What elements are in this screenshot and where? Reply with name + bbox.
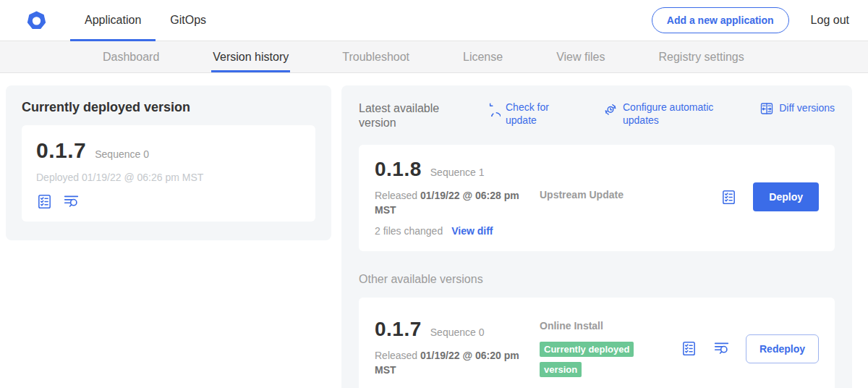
deployed-card-actions	[36, 193, 301, 210]
available-versions-panel: Latest available version Check for updat…	[341, 85, 852, 388]
other-version-card: 0.1.7 Sequence 0 Released 01/19/22 @ 06:…	[359, 298, 835, 388]
currently-deployed-badge: Currently deployed version	[540, 342, 634, 377]
preflight-checklist-icon[interactable]	[36, 193, 53, 210]
other-sequence: Sequence 0	[430, 326, 485, 338]
files-changed-row: 2 files changedView diff	[375, 225, 540, 237]
tab-application[interactable]: Application	[70, 0, 156, 41]
logout-link[interactable]: Log out	[811, 14, 849, 27]
subnav-registry-settings-label: Registry settings	[658, 51, 744, 64]
latest-version-info: 0.1.8 Sequence 1 Released 01/19/22 @ 06:…	[375, 158, 540, 237]
view-diff-link[interactable]: View diff	[451, 225, 493, 237]
latest-version-actions: Deploy	[720, 158, 819, 237]
latest-version-card: 0.1.8 Sequence 1 Released 01/19/22 @ 06:…	[359, 145, 835, 251]
subnav-dashboard-label: Dashboard	[103, 51, 159, 64]
diff-versions-label: Diff versions	[779, 102, 835, 115]
upstream-update-label: Upstream Update	[540, 189, 624, 201]
subnav-item-registry-settings[interactable]: Registry settings	[657, 41, 745, 72]
tab-gitops[interactable]: GitOps	[156, 0, 221, 41]
file-diff-search-icon[interactable]	[63, 193, 80, 210]
other-released-timestamp: Released 01/19/22 @ 06:20 pm MST	[375, 348, 528, 378]
released-label: Released	[375, 350, 420, 361]
subnav-view-files-label: View files	[556, 51, 605, 64]
files-changed-count: 2 files changed	[375, 225, 443, 237]
other-version-source: Online Install Currently deployed versio…	[540, 311, 681, 388]
version-line: 0.1.7 Sequence 0	[36, 138, 301, 163]
subnav-item-troubleshoot[interactable]: Troubleshoot	[341, 41, 411, 72]
currently-deployed-panel: Currently deployed version 0.1.7 Sequenc…	[6, 85, 331, 240]
top-tabs: Application GitOps	[70, 0, 221, 41]
deployed-version-number: 0.1.7	[36, 138, 86, 163]
latest-version-header: Latest available version Check for updat…	[359, 101, 835, 130]
subnav-item-dashboard[interactable]: Dashboard	[101, 41, 161, 72]
scheduled-update-icon	[603, 102, 618, 117]
other-version-actions: Redeploy	[681, 311, 819, 388]
app-logo-icon[interactable]	[26, 10, 47, 31]
configure-automatic-updates-link[interactable]: Configure automatic updates	[603, 101, 726, 127]
check-for-update-label: Check for update	[506, 101, 566, 127]
configure-automatic-updates-label: Configure automatic updates	[623, 101, 726, 127]
subnav-item-version-history[interactable]: Version history	[211, 41, 290, 72]
redeploy-button[interactable]: Redeploy	[746, 334, 819, 363]
refresh-icon	[486, 102, 501, 117]
latest-version-number: 0.1.8	[375, 158, 422, 181]
latest-released-timestamp: Released 01/19/22 @ 06:28 pm MST	[375, 188, 528, 218]
deployed-timestamp: Deployed 01/19/22 @ 06:26 pm MST	[36, 172, 301, 183]
latest-sequence: Sequence 1	[430, 166, 485, 178]
top-navbar: Application GitOps Add a new application…	[0, 0, 868, 41]
topnav-right: Add a new application Log out	[652, 7, 849, 33]
other-version-info: 0.1.7 Sequence 0 Released 01/19/22 @ 06:…	[375, 311, 540, 388]
app-subnav: Dashboard Version history Troubleshoot L…	[0, 41, 868, 73]
currently-deployed-title: Currently deployed version	[22, 100, 315, 115]
subnav-license-label: License	[463, 51, 503, 64]
diff-versions-icon	[760, 101, 774, 116]
subnav-item-license[interactable]: License	[461, 41, 504, 72]
preflight-checklist-icon[interactable]	[720, 189, 737, 206]
file-diff-search-icon[interactable]	[713, 340, 730, 357]
tab-gitops-label: GitOps	[170, 14, 206, 27]
latest-available-title: Latest available version	[359, 101, 454, 130]
released-label: Released	[375, 190, 420, 201]
subnav-troubleshoot-label: Troubleshoot	[342, 51, 409, 64]
header-actions: Check for update Configure automat	[486, 101, 835, 127]
latest-version-source: Upstream Update	[540, 158, 720, 237]
subnav-version-history-label: Version history	[213, 51, 289, 64]
deploy-button[interactable]: Deploy	[753, 182, 819, 211]
add-new-application-button[interactable]: Add a new application	[652, 7, 789, 33]
deployed-sequence: Sequence 0	[95, 148, 149, 160]
currently-deployed-card: 0.1.7 Sequence 0 Deployed 01/19/22 @ 06:…	[22, 125, 315, 222]
preflight-checklist-icon[interactable]	[681, 340, 697, 357]
online-install-label: Online Install	[540, 320, 603, 332]
version-history-content: Currently deployed version 0.1.7 Sequenc…	[0, 73, 868, 388]
subnav-item-view-files[interactable]: View files	[555, 41, 606, 72]
status-badge-wrap: Currently deployed version	[540, 339, 664, 379]
tab-application-label: Application	[85, 14, 141, 27]
other-versions-title: Other available versions	[359, 273, 835, 286]
other-version-number: 0.1.7	[375, 318, 422, 341]
diff-versions-link[interactable]: Diff versions	[760, 101, 835, 116]
check-for-update-link[interactable]: Check for update	[486, 101, 566, 127]
